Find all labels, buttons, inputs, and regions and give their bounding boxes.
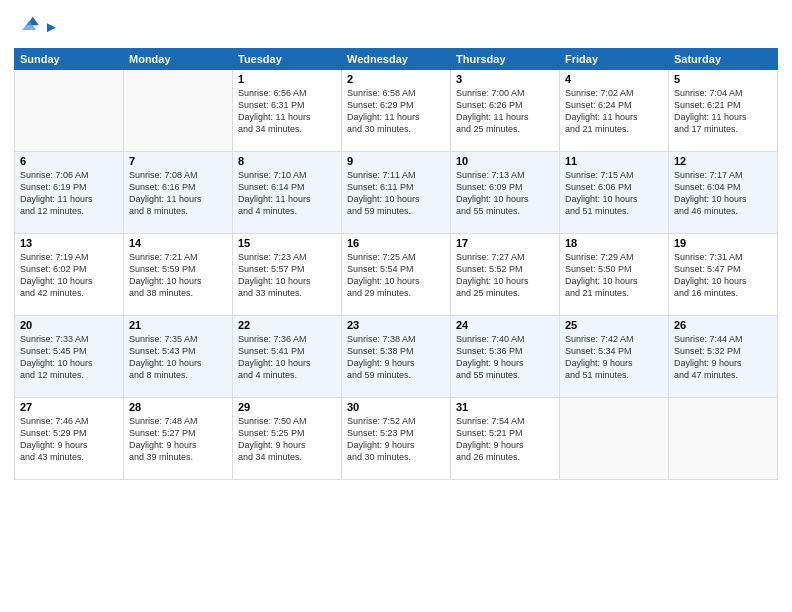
- calendar-cell: 29Sunrise: 7:50 AMSunset: 5:25 PMDayligh…: [233, 398, 342, 480]
- page: ► SundayMondayTuesdayWednesdayThursdayFr…: [0, 0, 792, 612]
- day-info: Sunrise: 7:02 AMSunset: 6:24 PMDaylight:…: [565, 87, 663, 136]
- day-number: 8: [238, 155, 336, 167]
- day-info: Sunrise: 7:00 AMSunset: 6:26 PMDaylight:…: [456, 87, 554, 136]
- calendar-cell: 21Sunrise: 7:35 AMSunset: 5:43 PMDayligh…: [124, 316, 233, 398]
- calendar-cell: 19Sunrise: 7:31 AMSunset: 5:47 PMDayligh…: [669, 234, 778, 316]
- day-info: Sunrise: 7:33 AMSunset: 5:45 PMDaylight:…: [20, 333, 118, 382]
- calendar-cell: 11Sunrise: 7:15 AMSunset: 6:06 PMDayligh…: [560, 152, 669, 234]
- day-number: 11: [565, 155, 663, 167]
- logo: ►: [14, 12, 59, 40]
- day-info: Sunrise: 7:21 AMSunset: 5:59 PMDaylight:…: [129, 251, 227, 300]
- day-info: Sunrise: 7:48 AMSunset: 5:27 PMDaylight:…: [129, 415, 227, 464]
- day-info: Sunrise: 7:15 AMSunset: 6:06 PMDaylight:…: [565, 169, 663, 218]
- calendar-cell: 15Sunrise: 7:23 AMSunset: 5:57 PMDayligh…: [233, 234, 342, 316]
- calendar-cell: [15, 70, 124, 152]
- calendar-week-3: 13Sunrise: 7:19 AMSunset: 6:02 PMDayligh…: [15, 234, 778, 316]
- calendar-cell: [124, 70, 233, 152]
- calendar-cell: 14Sunrise: 7:21 AMSunset: 5:59 PMDayligh…: [124, 234, 233, 316]
- day-info: Sunrise: 7:44 AMSunset: 5:32 PMDaylight:…: [674, 333, 772, 382]
- logo-icon: [16, 12, 40, 36]
- calendar-header-tuesday: Tuesday: [233, 49, 342, 70]
- calendar-cell: [560, 398, 669, 480]
- day-number: 16: [347, 237, 445, 249]
- day-info: Sunrise: 7:27 AMSunset: 5:52 PMDaylight:…: [456, 251, 554, 300]
- day-number: 23: [347, 319, 445, 331]
- day-number: 18: [565, 237, 663, 249]
- day-number: 20: [20, 319, 118, 331]
- day-info: Sunrise: 7:54 AMSunset: 5:21 PMDaylight:…: [456, 415, 554, 464]
- day-number: 12: [674, 155, 772, 167]
- day-info: Sunrise: 7:11 AMSunset: 6:11 PMDaylight:…: [347, 169, 445, 218]
- calendar-cell: [669, 398, 778, 480]
- day-info: Sunrise: 7:04 AMSunset: 6:21 PMDaylight:…: [674, 87, 772, 136]
- day-number: 28: [129, 401, 227, 413]
- calendar-cell: 7Sunrise: 7:08 AMSunset: 6:16 PMDaylight…: [124, 152, 233, 234]
- calendar-cell: 26Sunrise: 7:44 AMSunset: 5:32 PMDayligh…: [669, 316, 778, 398]
- day-info: Sunrise: 7:50 AMSunset: 5:25 PMDaylight:…: [238, 415, 336, 464]
- calendar-week-5: 27Sunrise: 7:46 AMSunset: 5:29 PMDayligh…: [15, 398, 778, 480]
- day-number: 7: [129, 155, 227, 167]
- day-info: Sunrise: 7:29 AMSunset: 5:50 PMDaylight:…: [565, 251, 663, 300]
- day-number: 31: [456, 401, 554, 413]
- calendar-week-2: 6Sunrise: 7:06 AMSunset: 6:19 PMDaylight…: [15, 152, 778, 234]
- day-number: 5: [674, 73, 772, 85]
- calendar-cell: 27Sunrise: 7:46 AMSunset: 5:29 PMDayligh…: [15, 398, 124, 480]
- day-info: Sunrise: 7:08 AMSunset: 6:16 PMDaylight:…: [129, 169, 227, 218]
- calendar-header-saturday: Saturday: [669, 49, 778, 70]
- calendar-header-wednesday: Wednesday: [342, 49, 451, 70]
- calendar-cell: 23Sunrise: 7:38 AMSunset: 5:38 PMDayligh…: [342, 316, 451, 398]
- day-info: Sunrise: 7:06 AMSunset: 6:19 PMDaylight:…: [20, 169, 118, 218]
- calendar-cell: 4Sunrise: 7:02 AMSunset: 6:24 PMDaylight…: [560, 70, 669, 152]
- day-info: Sunrise: 7:52 AMSunset: 5:23 PMDaylight:…: [347, 415, 445, 464]
- day-number: 9: [347, 155, 445, 167]
- calendar-cell: 28Sunrise: 7:48 AMSunset: 5:27 PMDayligh…: [124, 398, 233, 480]
- calendar-cell: 9Sunrise: 7:11 AMSunset: 6:11 PMDaylight…: [342, 152, 451, 234]
- day-info: Sunrise: 7:19 AMSunset: 6:02 PMDaylight:…: [20, 251, 118, 300]
- day-number: 24: [456, 319, 554, 331]
- calendar-header-friday: Friday: [560, 49, 669, 70]
- day-number: 21: [129, 319, 227, 331]
- logo-line1: ►: [44, 18, 59, 35]
- calendar-cell: 1Sunrise: 6:56 AMSunset: 6:31 PMDaylight…: [233, 70, 342, 152]
- calendar-cell: 12Sunrise: 7:17 AMSunset: 6:04 PMDayligh…: [669, 152, 778, 234]
- calendar-header-row: SundayMondayTuesdayWednesdayThursdayFrid…: [15, 49, 778, 70]
- day-info: Sunrise: 7:46 AMSunset: 5:29 PMDaylight:…: [20, 415, 118, 464]
- day-info: Sunrise: 7:36 AMSunset: 5:41 PMDaylight:…: [238, 333, 336, 382]
- day-number: 19: [674, 237, 772, 249]
- day-number: 27: [20, 401, 118, 413]
- day-number: 14: [129, 237, 227, 249]
- day-number: 6: [20, 155, 118, 167]
- calendar-cell: 22Sunrise: 7:36 AMSunset: 5:41 PMDayligh…: [233, 316, 342, 398]
- day-info: Sunrise: 7:10 AMSunset: 6:14 PMDaylight:…: [238, 169, 336, 218]
- day-number: 26: [674, 319, 772, 331]
- day-number: 30: [347, 401, 445, 413]
- calendar-cell: 5Sunrise: 7:04 AMSunset: 6:21 PMDaylight…: [669, 70, 778, 152]
- calendar-cell: 10Sunrise: 7:13 AMSunset: 6:09 PMDayligh…: [451, 152, 560, 234]
- calendar-cell: 8Sunrise: 7:10 AMSunset: 6:14 PMDaylight…: [233, 152, 342, 234]
- day-info: Sunrise: 7:25 AMSunset: 5:54 PMDaylight:…: [347, 251, 445, 300]
- calendar-cell: 13Sunrise: 7:19 AMSunset: 6:02 PMDayligh…: [15, 234, 124, 316]
- day-info: Sunrise: 6:58 AMSunset: 6:29 PMDaylight:…: [347, 87, 445, 136]
- calendar-cell: 16Sunrise: 7:25 AMSunset: 5:54 PMDayligh…: [342, 234, 451, 316]
- day-number: 22: [238, 319, 336, 331]
- header: ►: [14, 12, 778, 40]
- calendar-week-1: 1Sunrise: 6:56 AMSunset: 6:31 PMDaylight…: [15, 70, 778, 152]
- calendar-cell: 17Sunrise: 7:27 AMSunset: 5:52 PMDayligh…: [451, 234, 560, 316]
- calendar-cell: 25Sunrise: 7:42 AMSunset: 5:34 PMDayligh…: [560, 316, 669, 398]
- day-number: 25: [565, 319, 663, 331]
- calendar-header-sunday: Sunday: [15, 49, 124, 70]
- day-info: Sunrise: 7:17 AMSunset: 6:04 PMDaylight:…: [674, 169, 772, 218]
- day-info: Sunrise: 6:56 AMSunset: 6:31 PMDaylight:…: [238, 87, 336, 136]
- calendar-cell: 20Sunrise: 7:33 AMSunset: 5:45 PMDayligh…: [15, 316, 124, 398]
- day-info: Sunrise: 7:42 AMSunset: 5:34 PMDaylight:…: [565, 333, 663, 382]
- day-number: 17: [456, 237, 554, 249]
- calendar-table: SundayMondayTuesdayWednesdayThursdayFrid…: [14, 48, 778, 480]
- day-info: Sunrise: 7:13 AMSunset: 6:09 PMDaylight:…: [456, 169, 554, 218]
- day-info: Sunrise: 7:35 AMSunset: 5:43 PMDaylight:…: [129, 333, 227, 382]
- day-info: Sunrise: 7:23 AMSunset: 5:57 PMDaylight:…: [238, 251, 336, 300]
- day-number: 15: [238, 237, 336, 249]
- calendar-cell: 18Sunrise: 7:29 AMSunset: 5:50 PMDayligh…: [560, 234, 669, 316]
- day-number: 3: [456, 73, 554, 85]
- calendar-cell: 30Sunrise: 7:52 AMSunset: 5:23 PMDayligh…: [342, 398, 451, 480]
- day-info: Sunrise: 7:40 AMSunset: 5:36 PMDaylight:…: [456, 333, 554, 382]
